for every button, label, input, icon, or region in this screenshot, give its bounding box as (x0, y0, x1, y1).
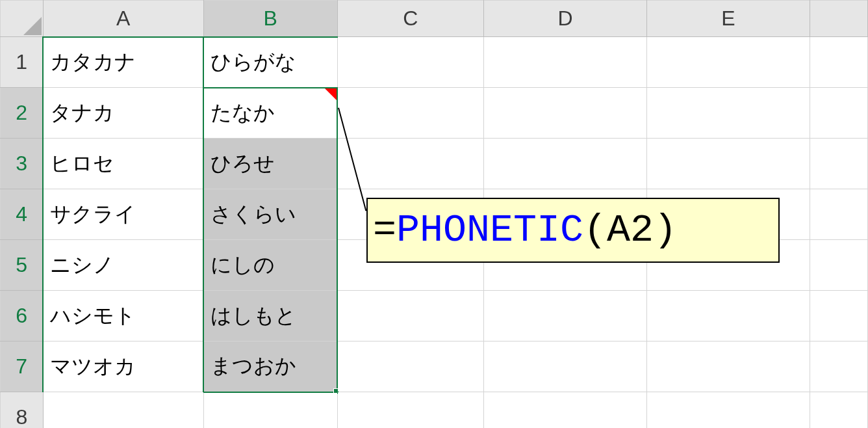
col-header-C[interactable]: C (337, 1, 483, 37)
cell-F4[interactable] (810, 189, 867, 240)
cell-C1[interactable] (337, 37, 483, 88)
select-all-corner[interactable] (1, 1, 44, 37)
cell-E8[interactable] (646, 392, 810, 429)
cell-B7[interactable]: まつおか (203, 341, 337, 392)
cell-A3[interactable]: ヒロセ (43, 139, 203, 189)
formula-close-paren: ) (654, 208, 677, 252)
cell-D2[interactable] (483, 88, 646, 139)
cell-C3[interactable] (337, 139, 483, 189)
cell-A1[interactable]: カタカナ (43, 37, 203, 88)
row-header-3[interactable]: 3 (1, 139, 44, 189)
cell-B4[interactable]: さくらい (203, 189, 337, 240)
comment-indicator-icon[interactable] (325, 88, 337, 100)
cell-A4[interactable]: サクライ (43, 189, 203, 240)
col-header-D[interactable]: D (483, 1, 646, 37)
cell-A7[interactable]: マツオカ (43, 341, 203, 392)
cell-E7[interactable] (646, 341, 810, 392)
cell-F1[interactable] (810, 37, 867, 88)
row-header-5[interactable]: 5 (1, 240, 44, 291)
cell-B6[interactable]: はしもと (203, 291, 337, 341)
cell-D8[interactable] (483, 392, 646, 429)
col-header-B[interactable]: B (203, 1, 337, 37)
cell-B2-value: たなか (211, 101, 275, 124)
cell-C7[interactable] (337, 341, 483, 392)
cell-B7-value: まつおか (211, 354, 296, 377)
cell-E6[interactable] (646, 291, 810, 341)
cell-F7[interactable] (810, 341, 867, 392)
cell-A5[interactable]: ニシノ (43, 240, 203, 291)
cell-B8[interactable] (203, 392, 337, 429)
row-header-4[interactable]: 4 (1, 189, 44, 240)
cell-F2[interactable] (810, 88, 867, 139)
cell-A6[interactable]: ハシモト (43, 291, 203, 341)
col-header-A[interactable]: A (43, 1, 203, 37)
cell-B2[interactable]: たなか (203, 88, 337, 139)
col-header-extra[interactable] (810, 1, 867, 37)
cell-E1[interactable] (646, 37, 810, 88)
cell-D6[interactable] (483, 291, 646, 341)
formula-function-name: PHONETIC (396, 208, 583, 252)
cell-F5[interactable] (810, 240, 867, 291)
cell-B3[interactable]: ひろせ (203, 139, 337, 189)
formula-open-paren: ( (583, 208, 607, 252)
cell-D1[interactable] (483, 37, 646, 88)
row-header-7[interactable]: 7 (1, 341, 44, 392)
cell-F8[interactable] (810, 392, 867, 429)
cell-B5[interactable]: にしの (203, 240, 337, 291)
row-header-2[interactable]: 2 (1, 88, 44, 139)
cell-F6[interactable] (810, 291, 867, 341)
cell-C2[interactable] (337, 88, 483, 139)
row-header-6[interactable]: 6 (1, 291, 44, 341)
cell-E2[interactable] (646, 88, 810, 139)
formula-equals: = (373, 208, 396, 252)
col-header-E[interactable]: E (646, 1, 810, 37)
cell-A2[interactable]: タナカ (43, 88, 203, 139)
cell-F3[interactable] (810, 139, 867, 189)
cell-C8[interactable] (337, 392, 483, 429)
cell-E3[interactable] (646, 139, 810, 189)
cell-C6[interactable] (337, 291, 483, 341)
row-header-8[interactable]: 8 (1, 392, 44, 429)
row-header-1[interactable]: 1 (1, 37, 44, 88)
cell-A8[interactable] (43, 392, 203, 429)
cell-D7[interactable] (483, 341, 646, 392)
cell-B1[interactable]: ひらがな (203, 37, 337, 88)
formula-callout: =PHONETIC(A2) (366, 198, 780, 263)
formula-reference: A2 (607, 208, 654, 252)
cell-D3[interactable] (483, 139, 646, 189)
